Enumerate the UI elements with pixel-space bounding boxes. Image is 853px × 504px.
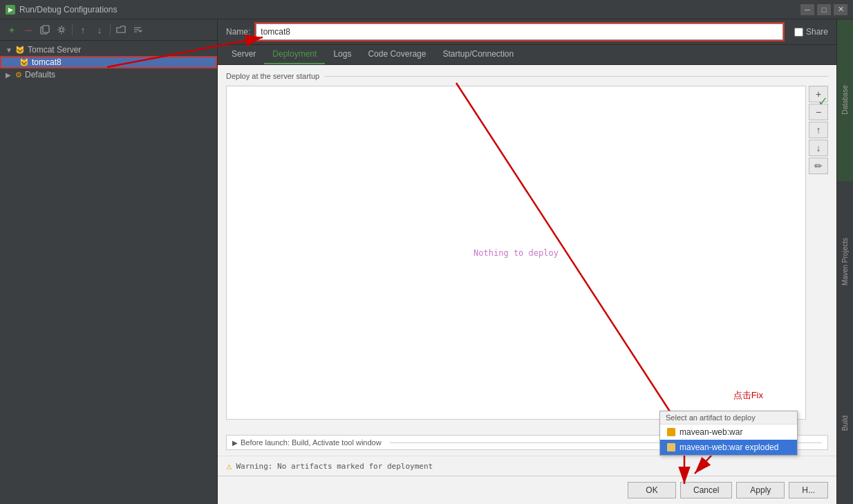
sidebar-item-tomcat8[interactable]: 🐱 tomcat8 <box>0 56 217 68</box>
fix-dropdown: Select an artifact to deploy mavean-web:… <box>659 411 798 456</box>
server-icon: 🐱 <box>15 46 25 55</box>
window-title: Run/Debug Configurations <box>19 5 117 15</box>
expand-icon-defaults: ▶ <box>6 71 15 79</box>
sidebar-item-label: Tomcat Server <box>28 45 81 55</box>
sidebar-item-defaults[interactable]: ▶ ⚙ Defaults <box>0 68 217 81</box>
maven-label[interactable]: Maven Projects <box>841 238 849 286</box>
deployment-section: Deploy at the server startup Nothing to … <box>218 65 836 456</box>
sidebar-item-tomcat-server[interactable]: ▼ 🐱 Tomcat Server <box>0 44 217 56</box>
warning-icon: ⚠ <box>226 460 232 472</box>
move-up-artifact-button[interactable]: ↑ <box>809 122 828 138</box>
app-icon: ▶ <box>6 5 15 15</box>
settings-config-button[interactable] <box>54 22 69 37</box>
help-button[interactable]: H... <box>789 482 828 498</box>
tree-area: ▼ 🐱 Tomcat Server 🐱 tomcat8 ▶ ⚙ Defaults <box>0 41 217 504</box>
tab-startup-connection[interactable]: Startup/Connection <box>434 45 522 64</box>
fix-dropdown-header: Select an artifact to deploy <box>660 411 797 424</box>
sidebar-item-label: Defaults <box>25 70 55 80</box>
defaults-icon: ⚙ <box>15 71 22 80</box>
minimize-button[interactable]: ─ <box>800 4 814 15</box>
before-launch-arrow: ▶ <box>232 439 238 447</box>
build-label[interactable]: Build <box>841 416 849 431</box>
tab-deployment[interactable]: Deployment <box>264 45 325 64</box>
tab-code-coverage[interactable]: Code Coverage <box>359 45 434 64</box>
deploy-area: Nothing to deploy <box>226 86 806 420</box>
right-panel: Name: Share Server Deployment Logs Code … <box>218 19 836 504</box>
apply-button[interactable]: Apply <box>736 482 785 498</box>
war-icon <box>667 428 675 436</box>
window-controls: ─ □ ✕ <box>800 4 847 15</box>
share-label: Share <box>806 27 828 37</box>
share-checkbox-input[interactable] <box>794 28 803 37</box>
dropdown-item-war[interactable]: mavean-web:war <box>660 424 797 440</box>
svg-rect-1 <box>43 26 49 32</box>
section-header: Deploy at the server startup <box>226 72 828 80</box>
ok-button[interactable]: OK <box>628 482 676 498</box>
share-checkbox: Share <box>794 27 828 37</box>
copy-config-button[interactable] <box>37 22 53 37</box>
tomcat8-icon: 🐱 <box>19 58 29 67</box>
title-bar-left: ▶ Run/Debug Configurations <box>6 5 117 15</box>
left-panel: + ─ ↑ ↓ <box>0 19 218 504</box>
war-exploded-icon <box>667 443 675 451</box>
database-label[interactable]: Database <box>841 85 849 115</box>
expand-icon: ▼ <box>6 46 15 54</box>
title-bar: ▶ Run/Debug Configurations ─ □ ✕ <box>0 0 853 19</box>
tab-logs[interactable]: Logs <box>325 45 359 64</box>
add-config-button[interactable]: + <box>4 22 19 37</box>
move-down-button[interactable]: ↓ <box>92 22 107 37</box>
tab-server[interactable]: Server <box>223 45 264 64</box>
move-down-artifact-button[interactable]: ↓ <box>809 140 828 156</box>
tabs: Server Deployment Logs Code Coverage Sta… <box>218 45 836 65</box>
build-area: Build <box>837 342 853 504</box>
main-window: ▶ Run/Debug Configurations ─ □ ✕ + ─ ↑ <box>0 0 853 504</box>
bottom-bar: OK Cancel Apply H... <box>218 476 836 504</box>
folder-button[interactable] <box>113 22 129 37</box>
edit-artifact-button[interactable]: ✏ <box>809 158 828 174</box>
checkmark-icon: ✓ <box>818 94 828 109</box>
sort-button[interactable] <box>130 22 145 37</box>
name-input[interactable] <box>256 24 783 40</box>
sidebar-item-label: tomcat8 <box>32 57 62 67</box>
close-button[interactable]: ✕ <box>834 4 847 15</box>
maven-area: Maven Projects <box>837 181 853 343</box>
deploy-wrapper: Nothing to deploy + − ↑ ↓ ✏ <box>226 86 828 428</box>
remove-config-button[interactable]: ─ <box>21 22 36 37</box>
warning-message: Warning: No artifacts marked for deploym… <box>236 462 433 471</box>
move-up-button[interactable]: ↑ <box>75 22 91 37</box>
deploy-empty-message: Nothing to deploy <box>227 86 805 419</box>
side-buttons: + − ↑ ↓ ✏ <box>806 86 828 428</box>
main-content: + ─ ↑ ↓ <box>0 19 853 504</box>
name-bar: Name: Share <box>218 19 836 45</box>
cancel-button[interactable]: Cancel <box>680 482 732 498</box>
toolbar: + ─ ↑ ↓ <box>0 19 217 41</box>
warning-bar: ⚠ Warning: No artifacts marked for deplo… <box>218 456 836 476</box>
database-area: Database <box>837 19 853 181</box>
right-side-strip: Database Maven Projects Build <box>836 19 853 504</box>
maximize-button[interactable]: □ <box>817 4 831 15</box>
svg-point-2 <box>60 28 64 32</box>
dropdown-item-war-exploded[interactable]: mavean-web:war exploded <box>660 440 797 455</box>
name-label: Name: <box>226 27 250 37</box>
